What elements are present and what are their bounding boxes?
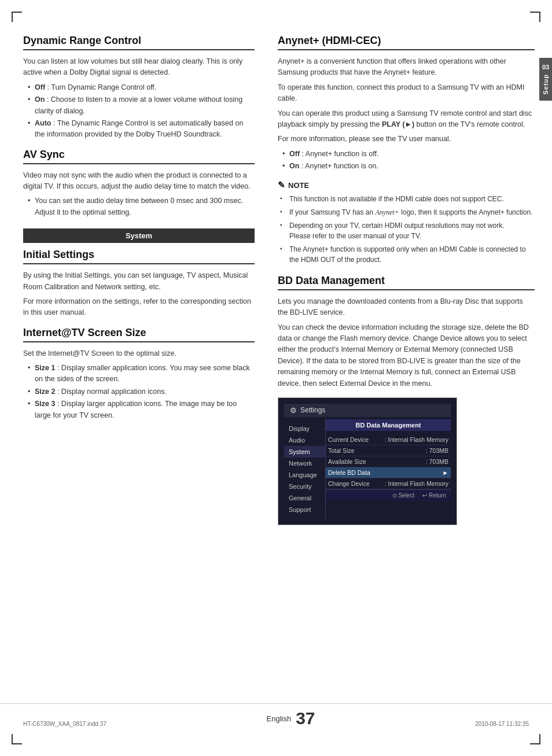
total-size-value: : 703MB	[426, 447, 448, 454]
side-tab-label: Setup	[542, 74, 549, 95]
anynet-body3: You can operate this product using a Sam…	[278, 108, 535, 131]
footer-filename: HT-C6730W_XAA_0817.indd 37	[23, 721, 106, 727]
sidebar-support[interactable]: Support	[284, 504, 325, 515]
anynet-logo: Anynet+	[376, 208, 399, 216]
anynet-body4: For more information, please see the TV …	[278, 134, 535, 145]
note-item-1: This function is not available if the HD…	[280, 194, 535, 205]
screenshot-row-available: Available Size : 703MB	[326, 456, 451, 467]
section-av-sync: AV Sync Video may not sync with the audi…	[23, 149, 255, 219]
select-button[interactable]: ⊙ Select	[392, 492, 415, 499]
note-list: This function is not available if the HD…	[280, 194, 535, 265]
section-bd-data: BD Data Management Lets you manage the d…	[278, 275, 535, 525]
screenshot-box: ⚙ Settings Display Audio System Network …	[278, 397, 457, 525]
gear-icon: ⚙	[290, 406, 297, 415]
note-section: ✎ NOTE This function is not available if…	[278, 180, 535, 265]
available-size-value: : 703MB	[426, 458, 448, 465]
main-content: Dynamic Range Control You can listen at …	[0, 35, 552, 692]
section-anynet: Anynet+ (HDMI-CEC) Anynet+ is a convenie…	[278, 35, 535, 172]
anynet-off-bullet: Off : Anynet+ function is off.	[282, 149, 535, 160]
size1-bullet: Size 1 : Display smaller application ico…	[28, 363, 255, 385]
corner-mark-tr	[530, 12, 540, 22]
return-button[interactable]: ↩ Return	[422, 492, 446, 499]
av-sync-bullet-1: You can set the audio delay time between…	[28, 196, 255, 218]
size3-bullet: Size 3 : Display larger application icon…	[28, 399, 255, 421]
total-size-label: Total Size	[328, 447, 355, 454]
footer-page: English 37	[267, 710, 315, 727]
note-item-3: Depending on your TV, certain HDMI outpu…	[280, 220, 535, 242]
page-footer: HT-C6730W_XAA_0817.indd 37 English 37 20…	[0, 703, 552, 733]
delete-bd-label: Delete BD Data	[328, 469, 370, 476]
note-label: NOTE	[288, 181, 309, 190]
anynet-body2: To operate this function, connect this p…	[278, 82, 535, 105]
note-item-4: The Anynet+ function is supported only w…	[280, 244, 535, 265]
anynet-bullets: Off : Anynet+ function is off. On : Anyn…	[282, 149, 535, 172]
sidebar-language[interactable]: Language	[284, 469, 325, 481]
sidebar-system[interactable]: System	[284, 446, 325, 458]
section-internet-tv: Internet@TV Screen Size Set the Internet…	[23, 327, 255, 421]
side-tab-number: 03	[542, 64, 549, 71]
bd-data-title: BD Data Management	[278, 275, 535, 290]
screenshot-row-change[interactable]: Change Device : Internal Flash Memory	[326, 478, 451, 489]
av-sync-title: AV Sync	[23, 149, 255, 164]
sidebar-security[interactable]: Security	[284, 481, 325, 492]
dynamic-range-bullets: Off : Turn Dynamic Range Control off. On…	[28, 82, 255, 141]
screenshot-row-current: Current Device : Internal Flash Memory	[326, 434, 451, 445]
screenshot-panel-title: BD Data Management	[326, 419, 451, 431]
note-header: ✎ NOTE	[278, 180, 535, 190]
sidebar-network[interactable]: Network	[284, 458, 325, 469]
screenshot-inner: Display Audio System Network Language Se…	[284, 419, 451, 519]
page: 03 Setup Dynamic Range Control You can l…	[0, 0, 552, 756]
initial-settings-body2: For more information on the settings, re…	[23, 296, 255, 319]
current-device-value: : Internal Flash Memory	[385, 436, 448, 443]
note-icon: ✎	[278, 180, 285, 190]
size2-bullet: Size 2 : Display normal application icon…	[28, 386, 255, 397]
note-item-2: If your Samsung TV has an Anynet+ logo, …	[280, 207, 535, 218]
av-sync-body: Video may not sync with the audio when t…	[23, 170, 255, 193]
initial-settings-body1: By using the Initial Settings, you can s…	[23, 270, 255, 293]
screenshot-sidebar: Display Audio System Network Language Se…	[284, 419, 326, 519]
screenshot-panel: BD Data Management Current Device : Inte…	[326, 419, 451, 519]
sidebar-display[interactable]: Display	[284, 423, 325, 434]
right-column: Anynet+ (HDMI-CEC) Anynet+ is a convenie…	[272, 35, 535, 692]
sidebar-audio[interactable]: Audio	[284, 434, 325, 446]
screenshot-row-total: Total Size : 703MB	[326, 445, 451, 456]
av-sync-bullets: You can set the audio delay time between…	[28, 196, 255, 218]
delete-bd-arrow: ►	[443, 469, 448, 476]
corner-mark-tl	[12, 12, 22, 22]
footer-english-label: English	[267, 714, 292, 723]
current-device-label: Current Device	[328, 436, 369, 443]
section-initial-settings: Initial Settings By using the Initial Se…	[23, 249, 255, 319]
footer-datetime: 2010-08-17 11:32:35	[475, 721, 529, 727]
left-column: Dynamic Range Control You can listen at …	[23, 35, 272, 692]
internet-tv-body: Set the Internet@TV Screen to the optima…	[23, 348, 255, 359]
corner-mark-br	[530, 734, 540, 744]
section-dynamic-range: Dynamic Range Control You can listen at …	[23, 35, 255, 141]
screenshot-title: Settings	[300, 406, 325, 414]
internet-tv-bullets: Size 1 : Display smaller application ico…	[28, 363, 255, 421]
internet-tv-title: Internet@TV Screen Size	[23, 327, 255, 342]
bd-data-body1: Lets you manage the downloaded contents …	[278, 296, 535, 319]
initial-settings-title: Initial Settings	[23, 249, 255, 264]
dynamic-range-title: Dynamic Range Control	[23, 35, 255, 50]
system-banner: System	[23, 228, 255, 243]
screenshot-title-bar: ⚙ Settings	[284, 404, 451, 417]
bullet-on: On : Choose to listen to a movie at a lo…	[28, 94, 255, 117]
change-device-value: : Internal Flash Memory	[385, 480, 448, 487]
anynet-title: Anynet+ (HDMI-CEC)	[278, 35, 535, 50]
screenshot-row-delete[interactable]: Delete BD Data ►	[326, 467, 451, 478]
side-tab: 03 Setup	[539, 58, 552, 101]
available-size-label: Available Size	[328, 458, 366, 465]
anynet-on-bullet: On : Anynet+ function is on.	[282, 161, 535, 172]
footer-page-number: 37	[296, 710, 315, 727]
corner-mark-bl	[12, 734, 22, 744]
bd-data-body2: You can check the device information inc…	[278, 322, 535, 389]
anynet-body1: Anynet+ is a convenient function that of…	[278, 56, 535, 79]
dynamic-range-body: You can listen at low volumes but still …	[23, 56, 255, 79]
bullet-auto: Auto : The Dynamic Range Control is set …	[28, 118, 255, 141]
sidebar-general[interactable]: General	[284, 492, 325, 504]
change-device-label: Change Device	[328, 480, 370, 487]
screenshot-footer: ⊙ Select ↩ Return	[326, 489, 451, 501]
bullet-off: Off : Turn Dynamic Range Control off.	[28, 82, 255, 93]
